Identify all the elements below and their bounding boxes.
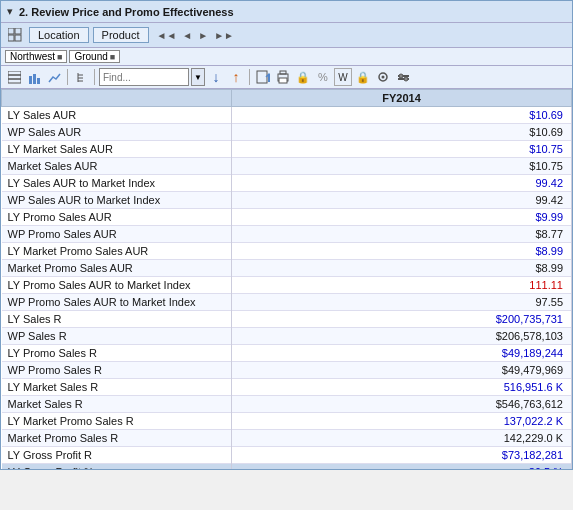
row-value: 111.11 (232, 277, 572, 294)
row-value: $8.77 (232, 226, 572, 243)
row-label: Market Sales AUR (2, 158, 232, 175)
row-value: $49,479,969 (232, 362, 572, 379)
table-row: WP Sales R$206,578,103 (2, 328, 572, 345)
row-value: $10.75 (232, 158, 572, 175)
svg-point-20 (381, 75, 384, 78)
table-row: Market Promo Sales R142,229.0 K (2, 430, 572, 447)
svg-rect-4 (8, 71, 21, 75)
row-label: LY Gross Profit % (2, 464, 232, 470)
table-row: WP Sales AUR$10.69 (2, 124, 572, 141)
filter-northwest-label: Northwest (10, 51, 55, 62)
grid-view-icon[interactable] (5, 26, 25, 44)
svg-rect-14 (257, 71, 267, 83)
nav-prev-icon[interactable]: ◄ (180, 29, 194, 42)
print-btn[interactable] (274, 68, 292, 86)
find-input[interactable] (99, 68, 189, 86)
svg-rect-9 (37, 78, 40, 84)
tab-bar: Location Product ◄◄ ◄ ► ►► (1, 23, 572, 48)
sep1 (67, 69, 68, 85)
tree-btn[interactable] (72, 68, 90, 86)
row-value: $73,182,281 (232, 447, 572, 464)
row-value: 142,229.0 K (232, 430, 572, 447)
nav-last-icon[interactable]: ►► (212, 29, 236, 42)
row-label: WP Promo Sales AUR to Market Index (2, 294, 232, 311)
table-row: LY Sales AUR$10.69 (2, 107, 572, 124)
table-view-btn[interactable] (5, 68, 23, 86)
row-label: LY Market Promo Sales R (2, 413, 232, 430)
filter-northwest-remove[interactable]: ■ (57, 52, 62, 62)
svg-rect-2 (8, 35, 14, 41)
row-label: WP Promo Sales R (2, 362, 232, 379)
save-btn[interactable]: W (334, 68, 352, 86)
row-label: WP Promo Sales AUR (2, 226, 232, 243)
row-label: LY Gross Profit R (2, 447, 232, 464)
table-icon (8, 71, 21, 84)
svg-rect-7 (29, 76, 32, 84)
table-row: LY Promo Sales AUR$9.99 (2, 209, 572, 226)
bar-chart-icon (28, 71, 41, 84)
export-btn[interactable] (254, 68, 272, 86)
svg-rect-18 (279, 78, 287, 83)
svg-point-24 (404, 77, 408, 81)
table-row: LY Market Sales AUR$10.75 (2, 141, 572, 158)
data-table-container: FY2014 LY Sales AUR$10.69WP Sales AUR$10… (1, 89, 572, 469)
collapse-icon[interactable]: ▾ (7, 5, 13, 18)
filter-northwest: Northwest ■ (5, 50, 67, 63)
table-row: LY Gross Profit R$73,182,281 (2, 447, 572, 464)
table-row: LY Sales AUR to Market Index99.42 (2, 175, 572, 192)
table-row: Market Promo Sales AUR$8.99 (2, 260, 572, 277)
chart-bar-btn[interactable] (25, 68, 43, 86)
svg-rect-5 (8, 75, 21, 79)
row-value: 36.5 % (232, 464, 572, 470)
svg-rect-3 (15, 35, 21, 41)
sep2 (94, 69, 95, 85)
export-icon (256, 70, 270, 84)
chart-line-btn[interactable] (45, 68, 63, 86)
svg-rect-0 (8, 28, 14, 34)
svg-rect-8 (33, 74, 36, 84)
row-label: WP Sales AUR (2, 124, 232, 141)
svg-point-23 (399, 74, 403, 78)
row-label: Market Sales R (2, 396, 232, 413)
nav-next-icon[interactable]: ► (196, 29, 210, 42)
percent-btn[interactable]: % (314, 68, 332, 86)
table-row: LY Promo Sales R$49,189,244 (2, 345, 572, 362)
row-label: WP Sales R (2, 328, 232, 345)
scroll-up-btn[interactable]: ↑ (227, 68, 245, 86)
table-row: LY Promo Sales AUR to Market Index111.11 (2, 277, 572, 294)
row-value: $200,735,731 (232, 311, 572, 328)
settings2-icon (397, 71, 410, 84)
settings1-btn[interactable] (374, 68, 392, 86)
data-table: FY2014 LY Sales AUR$10.69WP Sales AUR$10… (1, 89, 572, 469)
row-label: LY Promo Sales AUR (2, 209, 232, 226)
nav-first-icon[interactable]: ◄◄ (155, 29, 179, 42)
settings1-icon (377, 71, 390, 84)
grid-svg (8, 28, 22, 42)
find-dropdown-btn[interactable]: ▼ (191, 68, 205, 86)
table-row: LY Gross Profit %36.5 % (2, 464, 572, 470)
table-row: Market Sales AUR$10.75 (2, 158, 572, 175)
row-value: 137,022.2 K (232, 413, 572, 430)
table-row: WP Promo Sales AUR to Market Index97.55 (2, 294, 572, 311)
scroll-down-btn[interactable]: ↓ (207, 68, 225, 86)
row-label: Market Promo Sales R (2, 430, 232, 447)
filter-ground: Ground ■ (69, 50, 120, 63)
table-row: LY Market Promo Sales R137,022.2 K (2, 413, 572, 430)
lock2-btn[interactable]: 🔒 (354, 68, 372, 86)
settings2-btn[interactable] (394, 68, 412, 86)
row-label: Market Promo Sales AUR (2, 260, 232, 277)
row-value: $10.69 (232, 124, 572, 141)
print-icon (276, 70, 290, 84)
row-label: LY Sales AUR (2, 107, 232, 124)
tab-location[interactable]: Location (29, 27, 89, 43)
filter-ground-remove[interactable]: ■ (110, 52, 115, 62)
lock-btn[interactable]: 🔒 (294, 68, 312, 86)
row-value: 516,951.6 K (232, 379, 572, 396)
row-value: 99.42 (232, 175, 572, 192)
row-value: $8.99 (232, 243, 572, 260)
col-header-label (2, 90, 232, 107)
table-row: WP Promo Sales R$49,479,969 (2, 362, 572, 379)
table-row: LY Sales R$200,735,731 (2, 311, 572, 328)
row-label: LY Promo Sales R (2, 345, 232, 362)
tab-product[interactable]: Product (93, 27, 149, 43)
